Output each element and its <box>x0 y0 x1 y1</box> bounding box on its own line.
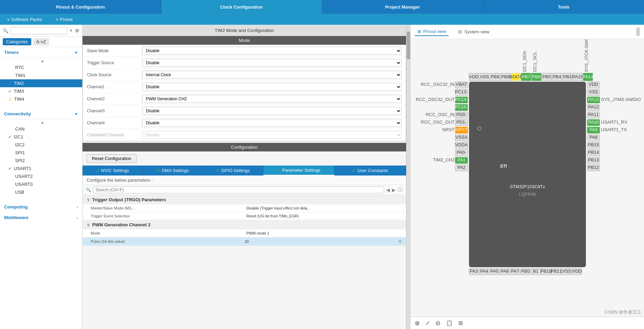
left-label-rcc-osc32-in: RCC_OSC32_IN <box>421 82 454 87</box>
prev-result-icon[interactable]: ◀ <box>386 187 390 193</box>
tab-pinout-view[interactable]: ⊞ Pinout view <box>415 27 449 36</box>
sidebar-item-tim3[interactable]: ✔ TIM3 <box>0 87 82 95</box>
pin-boot-label: BOOT <box>509 74 522 79</box>
sidebar-item-usart3[interactable]: USART3 <box>0 180 82 188</box>
tab-gpio[interactable]: ✔ GPIO Settings <box>203 166 263 175</box>
center-scrollbar[interactable] <box>406 25 410 329</box>
next-result-icon[interactable]: ▶ <box>392 187 396 193</box>
layers-icon[interactable]: 📋 <box>446 320 453 326</box>
chip-area: STI STM32F103C8Tx LQFP48 VDD VSS PB9 PB8 <box>411 39 644 317</box>
combined-channels-select[interactable]: Disable <box>142 131 402 139</box>
i2c1-sda-label: I2C1_SDA <box>522 51 527 72</box>
check-icon: ✔ <box>277 168 281 173</box>
sidebar-item-usart1[interactable]: ✔ USART1 <box>0 164 82 172</box>
right-panel: ⊞ Pinout view ⊟ System view STI <box>410 25 644 329</box>
sub-navigation: ∨ Software Packs ∨ Pinout <box>0 14 644 25</box>
tab-nvic[interactable]: ✔ NVIC Settings <box>83 166 143 175</box>
channel1-select[interactable]: Disable <box>142 83 402 91</box>
sidebar-search-bar: 🔍 ▼ ⚙ <box>0 25 82 37</box>
sidebar-item-tim1[interactable]: TIM1 <box>0 71 82 79</box>
search-input[interactable] <box>10 27 67 34</box>
tab-categories[interactable]: Categories <box>3 38 31 45</box>
params-search-input[interactable] <box>93 186 384 193</box>
gear-icon[interactable]: ⚙ <box>75 28 79 33</box>
sidebar-item-usb[interactable]: USB <box>0 188 82 196</box>
tab-user-constants[interactable]: ✔ User Constants <box>335 166 406 175</box>
mode-row-ch4: Channel4 Disable <box>83 117 406 129</box>
param-row-trigger-event: Trigger Event Selection Reset (UG bit fr… <box>83 212 406 220</box>
pin-pb14-label: PB14 <box>588 150 599 155</box>
trigger-source-select[interactable]: Disable <box>142 59 402 67</box>
info-icon[interactable]: ⓘ <box>398 187 403 193</box>
pin-pb8-label: PB8 <box>501 74 510 79</box>
left-label-rcc-osc32-out: RCC_OSC32_OUT <box>416 97 455 102</box>
sidebar-item-tim2[interactable]: ✔ TIM2 <box>0 79 82 87</box>
tab-az[interactable]: A->Z <box>33 38 50 45</box>
pin-pc13-label: PC13- <box>455 89 468 94</box>
reset-config-button[interactable]: Reset Configuration <box>87 154 137 163</box>
scroll-thumb[interactable] <box>407 32 410 59</box>
zoom-out-icon[interactable]: ⊖ <box>435 319 440 327</box>
pin-pa1-label: PA1 <box>457 157 466 162</box>
sidebar-item-i2c1[interactable]: ✔ I2C1 <box>0 133 82 141</box>
sidebar-item-can[interactable]: CAN <box>0 125 82 133</box>
config-tab-group: ✔ NVIC Settings ✔ DMA Settings ✔ GPIO Se… <box>83 166 406 175</box>
right-label-sys-jtms: SYS_JTMS-SWDIO <box>601 97 641 102</box>
param-row-master-slave: Master/Slave Mode (MS... Disable (Trigge… <box>83 204 406 212</box>
tab-system-view[interactable]: ⊟ System view <box>456 28 492 36</box>
channel2-select[interactable]: PWM Generation CH2 <box>142 95 402 103</box>
pin-pb0-label: PB0 <box>521 269 530 274</box>
nav-clock[interactable]: Clock Configuration <box>161 0 323 14</box>
pin-vssa-label: VSSA <box>455 135 467 140</box>
pin-pd0-label: PD0- <box>456 112 467 117</box>
tab-parameters[interactable]: ✔ Parameter Settings <box>263 166 335 175</box>
tab-dma[interactable]: ✔ DMA Settings <box>143 166 203 175</box>
sidebar-item-usart2[interactable]: USART2 <box>0 172 82 180</box>
collapse-icon: ∨ <box>87 222 90 227</box>
left-label-rcc-osc-out: RCC_OSC_OUT <box>421 120 454 125</box>
nav-pinout[interactable]: Pinout & Configuration <box>0 0 161 14</box>
pin-vdda-label: VDDA <box>455 142 467 147</box>
top-navigation: Pinout & Configuration Clock Configurati… <box>0 0 644 14</box>
mode-section: Slave Mode Disable Trigger Source Disabl… <box>83 45 406 141</box>
grid-icon[interactable]: ⊞ <box>458 320 463 326</box>
section-timers-header[interactable]: Timers ▼ <box>0 47 82 58</box>
sidebar-item-rtc[interactable]: RTC <box>0 64 82 71</box>
nav-project[interactable]: Project Manager <box>322 0 483 14</box>
center-panel: TIM2 Mode and Configuration Mode Slave M… <box>83 25 406 329</box>
slave-mode-select[interactable]: Disable <box>142 47 402 55</box>
sidebar-item-spi1[interactable]: SPI1 <box>0 149 82 157</box>
param-group-trgo[interactable]: ∨ Trigger Output (TRGO) Parameters <box>83 195 406 204</box>
subnav-software-packs[interactable]: ∨ Software Packs <box>0 17 49 22</box>
settings-icon[interactable]: ⚙ <box>398 239 402 244</box>
sidebar-item-spi2[interactable]: SPI2 <box>0 157 82 164</box>
section-middleware-header[interactable]: Middleware › <box>0 212 82 223</box>
section-computing-header[interactable]: Computing › <box>0 202 82 212</box>
pin-pa9-label: PA9 <box>589 127 598 132</box>
param-row-pulse[interactable]: Pulse (16 bits value) 10 ⚙ <box>83 237 406 246</box>
pin-pa4-label: PA4 <box>480 269 488 274</box>
watermark: CSDN @作者王江 <box>605 309 641 315</box>
section-connectivity-header[interactable]: Connectivity ▼ <box>0 109 82 119</box>
channel3-select[interactable]: Disable <box>142 107 402 115</box>
section-connectivity: Connectivity ▼ ▲ CAN ✔ I2C1 I2C2 SPI1 <box>0 109 82 196</box>
right-panel-scroll[interactable] <box>636 27 640 36</box>
expand-icon[interactable]: ⤢ <box>425 320 430 326</box>
param-group-pwm-ch2[interactable]: ∨ PWM Generation Channel 2 <box>83 220 406 229</box>
sys-jtck-label: SYS_JTCK-SWCLK <box>584 39 589 72</box>
sidebar-item-tim4[interactable]: ⚠ TIM4 <box>0 95 82 103</box>
ch2-select-wrap: PWM Generation CH2 <box>142 95 402 103</box>
ch3-select-wrap: Disable <box>142 107 402 115</box>
subnav-pinout[interactable]: ∨ Pinout <box>49 17 79 22</box>
channel4-select[interactable]: Disable <box>142 119 402 127</box>
sidebar-item-i2c2[interactable]: I2C2 <box>0 141 82 149</box>
nav-tools[interactable]: Tools <box>483 0 644 14</box>
pin-pa11-label: PA11 <box>588 112 599 117</box>
zoom-in-icon[interactable]: ⊕ <box>415 319 420 327</box>
slave-mode-select-wrap: Disable <box>142 47 402 55</box>
check-green-icon: ✔ <box>8 89 12 94</box>
chip-package-text: LQFP48 <box>519 192 535 197</box>
clock-source-select[interactable]: Internal Clock <box>142 71 402 79</box>
pin-vss-right-label: VSS <box>589 89 598 94</box>
mode-row-clock: Clock Source Internal Clock <box>83 69 406 81</box>
